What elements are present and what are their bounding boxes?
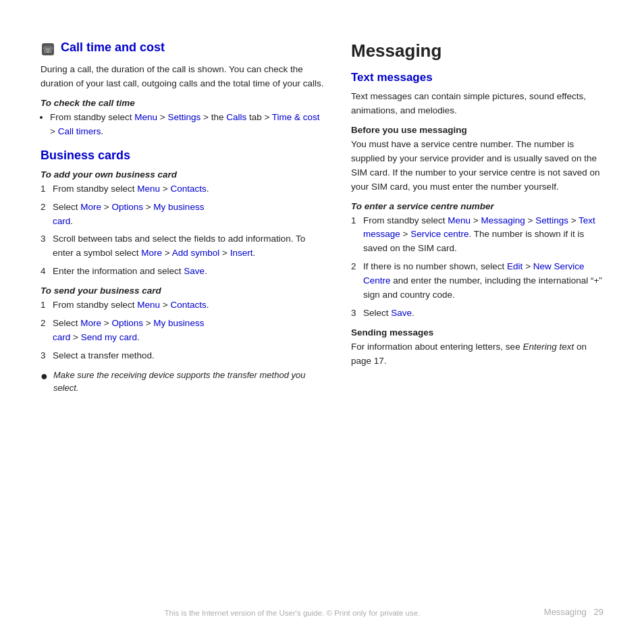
menu-link-enter1[interactable]: Menu [448,215,471,225]
warning-text: Make sure the receiving device supports … [53,369,324,395]
check-calltime-heading: To check the call time [41,98,324,108]
add-step-4: 4 Enter the information and select Save. [41,265,324,279]
menu-link-send1[interactable]: Menu [137,300,160,310]
more-link-send2[interactable]: More [80,318,101,328]
add-card-list: 1 From standby select Menu > Contacts. 2… [41,182,324,279]
enter-step-3: 3 Select Save. [351,306,603,321]
left-column: ☏ Call time and cost During a call, the … [41,41,324,600]
more-link-add2[interactable]: More [80,202,101,212]
calltime-title: Call time and cost [61,41,165,55]
calltimers-link[interactable]: Call timers [58,126,101,136]
send-step-1: 1 From standby select Menu > Contacts. [41,298,324,313]
enter-service-list: 1 From standby select Menu > Messaging >… [351,214,603,321]
warning-icon: ● [41,369,48,383]
text-messages-title: Text messages [351,71,603,84]
sep1: > [157,112,167,122]
save-link-enter3[interactable]: Save [391,308,412,318]
settings-link[interactable]: Settings [167,112,200,122]
sendmycard-link[interactable]: Send my card [81,332,137,342]
phone-icon: ☏ [41,42,55,57]
svg-text:☏: ☏ [43,45,53,55]
options-link-send2[interactable]: Options [111,318,143,328]
add-step-2: 2 Select More > Options > My businesscar… [41,200,324,229]
servicecentre-link-enter1[interactable]: Service centre [410,229,468,239]
messaging-link-enter1[interactable]: Messaging [481,215,525,225]
sending-messages-body: For information about entering letters, … [351,340,603,369]
send-card-list: 1 From standby select Menu > Contacts. 2… [41,298,324,363]
contacts-link-send1[interactable]: Contacts [170,300,206,310]
edit-link-enter2[interactable]: Edit [507,261,522,271]
calls-link[interactable]: Calls [226,112,246,122]
add-step-1: 1 From standby select Menu > Contacts. [41,182,324,196]
before-use-body: You must have a service centre number. T… [351,138,603,194]
check-calltime-list: From standby select Menu > Settings > th… [50,111,324,139]
sending-messages-heading: Sending messages [351,327,603,338]
entering-text-italic: Entering text [522,342,574,352]
end-text: . [101,126,103,136]
send-card-heading: To send your business card [41,286,324,296]
tab-text: tab > [246,112,272,122]
warning-item: ● Make sure the receiving device support… [41,369,324,395]
page: ☏ Call time and cost During a call, the … [0,0,644,644]
enter-service-heading: To enter a service centre number [351,201,603,211]
before-use-heading: Before you use messaging [351,125,603,135]
sep2: > [50,126,58,136]
middle-text: > the [200,112,226,122]
send-step-3: 3 Select a transfer method. [41,349,324,363]
settings-link-enter1[interactable]: Settings [535,215,568,225]
business-cards-title: Business cards [41,149,324,163]
options-link-add2[interactable]: Options [111,202,143,212]
send-step-2: 2 Select More > Options > My businesscar… [41,317,324,345]
save-link-add4[interactable]: Save [184,266,205,276]
more-link-add3[interactable]: More [141,248,162,258]
check-calltime-item: From standby select Menu > Settings > th… [50,111,324,139]
columns: ☏ Call time and cost During a call, the … [41,41,603,600]
footer-note: This is the Internet version of the User… [41,609,544,617]
messaging-title: Messaging [351,41,603,61]
enter-step-1: 1 From standby select Menu > Messaging >… [351,214,603,257]
calltime-body: During a call, the duration of the call … [41,63,324,91]
insert-link[interactable]: Insert [230,248,253,258]
right-column: Messaging Text messages Text messages ca… [351,41,603,600]
add-step-3: 3 Scroll between tabs and select the fie… [41,232,324,261]
footer: This is the Internet version of the User… [41,600,603,617]
timecost-link[interactable]: Time & cost [272,112,320,122]
add-card-heading: To add your own business card [41,169,324,180]
calltime-header: ☏ Call time and cost [41,41,324,59]
enter-step-2: 2 If there is no number shown, select Ed… [351,260,603,302]
check-calltime-text-before: From standby select [50,112,134,122]
contacts-link-add1[interactable]: Contacts [170,184,206,194]
footer-page: Messaging 29 [544,607,603,617]
menu-link-calltime[interactable]: Menu [134,112,157,122]
addsymbol-link[interactable]: Add symbol [172,248,220,258]
text-messages-body: Text messages can contain simple picture… [351,90,603,118]
business-cards-section: Business cards To add your own business … [41,149,324,395]
menu-link-add1[interactable]: Menu [137,184,160,194]
